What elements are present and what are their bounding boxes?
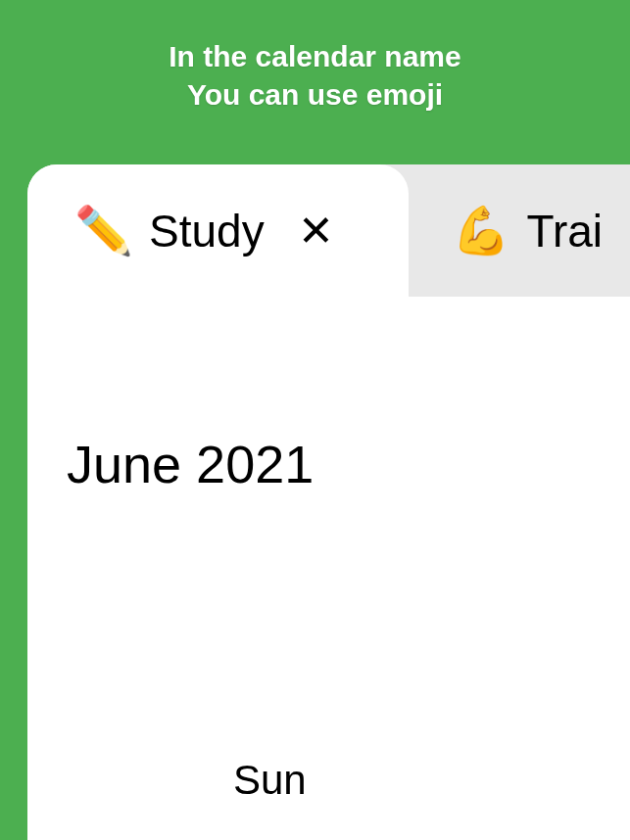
promo-line-1: In the calendar name (0, 37, 630, 75)
month-title: June 2021 (67, 297, 591, 494)
tab-study[interactable]: ✏️ Study ✕ (27, 164, 409, 297)
tab-training[interactable]: 💪 Trai (409, 164, 630, 297)
promo-heading: In the calendar name You can use emoji (0, 0, 630, 114)
pencil-icon: ✏️ (74, 203, 133, 258)
promo-line-2: You can use emoji (0, 75, 630, 114)
calendar-body: June 2021 Sun 30 (27, 297, 630, 840)
tab-label: Trai (526, 205, 603, 257)
calendar-app-window: ✏️ Study ✕ 💪 Trai June 2021 Sun 30 (27, 164, 630, 840)
tabs-container: ✏️ Study ✕ 💪 Trai (27, 164, 630, 297)
day-header-sun: Sun (233, 757, 307, 804)
flexed-biceps-icon: 💪 (452, 203, 510, 258)
tab-label: Study (149, 205, 265, 257)
close-tab-button[interactable]: ✕ (298, 210, 334, 253)
